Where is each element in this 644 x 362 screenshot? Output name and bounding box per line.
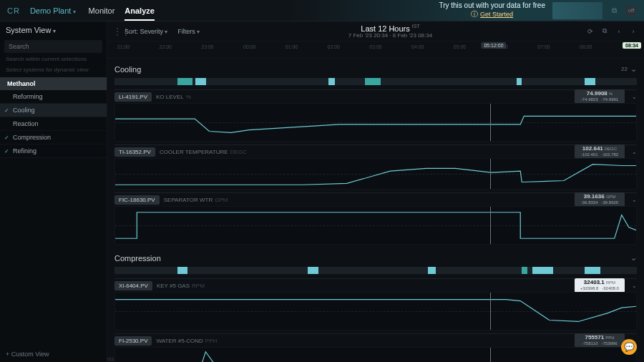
chart-plot[interactable] [114, 292, 637, 331]
refresh-icon[interactable]: ⟳ [585, 26, 595, 36]
chart-expand-icon[interactable]: ⌄ [632, 149, 637, 155]
sensor-desc: SEPARATOR WTR [164, 197, 213, 203]
sensor-desc: KEY #5 GAS [157, 283, 190, 289]
tree-item-refining[interactable]: ✓Refining [0, 145, 107, 158]
filters-dropdown[interactable]: Filters [177, 28, 200, 35]
axis-tick: 05:00 [454, 44, 467, 49]
axis-tick: 07:00 [537, 44, 550, 49]
scrub-cursor[interactable] [490, 104, 491, 141]
sensor-unit: DEGC [230, 149, 247, 155]
tree-item-compression[interactable]: ✓Compression [0, 131, 107, 145]
section-title: Cooling [114, 65, 141, 74]
density-strip [114, 78, 637, 85]
cta-banner: Try this out with your data for free ⓘ G… [439, 1, 545, 19]
end-time-badge: 08:34 [623, 42, 641, 49]
chart-plot[interactable] [114, 103, 637, 142]
sensor-unit: PPH [205, 338, 217, 344]
axis-tick: 01:00 [286, 44, 298, 49]
value-tooltip: 39.1636GPM-36.8334 -39.8920 [575, 192, 625, 206]
sort-dropdown[interactable]: Sort: Severity [125, 28, 167, 35]
help-fab[interactable]: 💬 [621, 339, 637, 355]
external-link-icon[interactable]: ⧉ [608, 5, 620, 16]
sensor-unit: GPM [215, 197, 228, 203]
sensor-tag[interactable]: TI-16352.PV [114, 147, 155, 157]
scrub-cursor[interactable] [490, 293, 491, 330]
app-logo: CR [7, 6, 20, 15]
axis-tick: 22:00 [159, 44, 172, 49]
sensor-desc: WATER #5-COND [156, 338, 203, 344]
axis-tick: 04:00 [411, 44, 424, 49]
sensor-tag[interactable]: FI-2530.PV [114, 336, 152, 346]
chart-plot[interactable] [114, 158, 637, 190]
check-icon: ✓ [4, 134, 9, 141]
sensor-desc: KO LEVEL [156, 94, 184, 100]
check-icon: ✓ [4, 107, 9, 114]
axis-tick: 08:00 [580, 44, 592, 49]
prev-icon[interactable]: ‹ [614, 26, 624, 36]
sensor-desc: COOLER TEMPERATURE [160, 149, 228, 155]
range-title: Last 12 Hours [361, 24, 409, 32]
timezone-label: IST [412, 24, 420, 29]
section-collapse-icon[interactable]: ⌄ [630, 64, 637, 74]
tree-item-label: Reaction [13, 120, 39, 127]
cta-link[interactable]: Get Started [480, 11, 513, 18]
cta-text: Try this out with your data for free [439, 1, 545, 9]
next-icon[interactable]: › [628, 26, 638, 36]
value-tooltip: 755571PPH-758110 -753996 [575, 333, 625, 347]
sensor-unit: % [186, 94, 191, 100]
axis-tick: 06:00 [495, 44, 508, 49]
tree-item-reaction[interactable]: Reaction [0, 117, 107, 131]
section-title: Compression [114, 254, 161, 263]
axis-tick: 23:00 [201, 44, 214, 49]
density-strip [114, 267, 637, 274]
sensor-tag[interactable]: LI-4191.PV [114, 92, 152, 102]
promo-illustration [552, 2, 602, 19]
axis-tick: 03:00 [369, 44, 382, 49]
user-badge[interactable]: off [625, 5, 637, 16]
tree-item-label: Reforming [13, 93, 43, 100]
view-selector[interactable]: System View [0, 21, 107, 39]
tree-item-label: Refining [13, 147, 36, 155]
section-count: 22 [621, 66, 628, 72]
chart-expand-icon[interactable]: ⌄ [632, 283, 637, 289]
tree-item-cooling[interactable]: ✓Cooling [0, 104, 107, 117]
tree-hint: Select systems for dynamic view [0, 65, 107, 77]
nav-monitor[interactable]: Monitor [89, 1, 115, 21]
value-tooltip: 32403.1RPM+32398.8 -32408.0 [575, 278, 625, 292]
chart-plot[interactable]: 790722 [114, 347, 637, 362]
sensor-tag[interactable]: FIC-18630.PV [114, 195, 160, 205]
tree-item-label: Cooling [13, 107, 35, 114]
section-collapse-icon[interactable]: ⌄ [630, 253, 637, 263]
axis-tick: 00:00 [243, 44, 256, 49]
check-icon: ✓ [4, 148, 9, 155]
scrub-cursor[interactable] [490, 159, 491, 189]
search-input[interactable] [4, 40, 102, 53]
drag-handle-icon[interactable]: ⋮⋮ [113, 27, 120, 36]
time-axis[interactable]: 05:12:00 08:34 21:0022:0023:0000:0001:00… [107, 41, 644, 59]
sensor-tag[interactable]: XI-6404.PV [114, 281, 152, 290]
chart-plot[interactable] [114, 206, 637, 245]
tree-item-reforming[interactable]: Reforming [0, 90, 107, 104]
value-tooltip: 74.9908%-74.9823 -74.9991 [575, 89, 625, 103]
custom-view-button[interactable]: Custom View [0, 346, 107, 362]
nav-analyze[interactable]: Analyze [125, 1, 155, 21]
range-subtitle: 7 Feb '23 20:34 · 8 Feb '23 08:34 [200, 32, 581, 39]
tree-item-label: Compression [13, 134, 51, 141]
chart-expand-icon[interactable]: ⌄ [632, 197, 637, 203]
search-hint: Search within current selections [0, 54, 107, 65]
scrub-cursor[interactable] [490, 207, 491, 244]
scrub-cursor[interactable] [490, 348, 491, 362]
tree-group-methanol[interactable]: Methanol [0, 77, 107, 90]
chart-expand-icon[interactable]: ⌄ [632, 94, 637, 100]
axis-tick: 02:00 [327, 44, 340, 49]
y-tick: 790722 [107, 357, 114, 361]
value-tooltip: 102.641DEGC-102.401 -102.782 [575, 145, 625, 158]
info-icon: ⓘ [471, 10, 480, 18]
sensor-unit: RPM [192, 283, 205, 289]
copy-icon[interactable]: ⧉ [600, 26, 610, 36]
plant-selector[interactable]: Demo Plant [30, 6, 76, 15]
axis-tick: 21:00 [117, 44, 130, 49]
